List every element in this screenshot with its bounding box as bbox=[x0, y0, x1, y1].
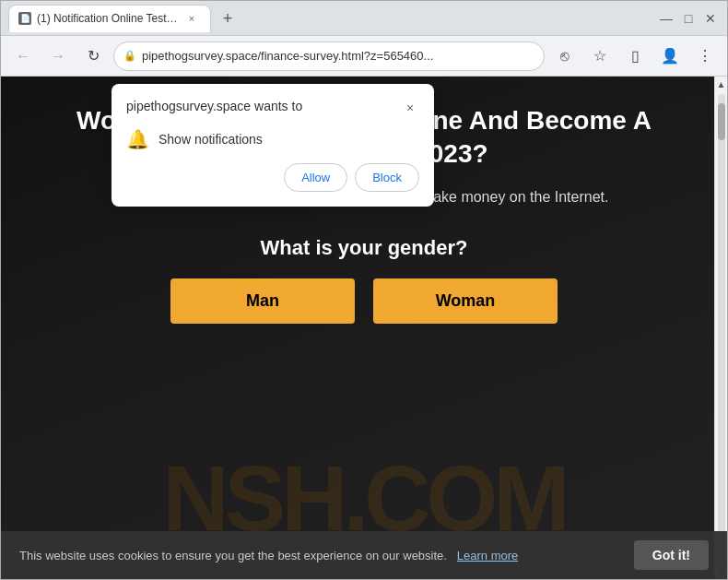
popup-actions: Allow Block bbox=[126, 163, 419, 192]
scroll-track[interactable] bbox=[718, 94, 725, 562]
got-it-button[interactable]: Got it! bbox=[634, 540, 709, 570]
allow-button[interactable]: Allow bbox=[284, 163, 347, 192]
popup-header: pipethogsurvey.space wants to × bbox=[126, 99, 419, 117]
close-window-button[interactable]: ✕ bbox=[701, 9, 720, 28]
nav-bar: ← → ↻ 🔒 pipethogsurvey.space/finance-sur… bbox=[1, 36, 727, 77]
woman-button[interactable]: Woman bbox=[373, 278, 558, 324]
tab-title: (1) Notification Online Test $$$ bbox=[37, 12, 179, 25]
block-button[interactable]: Block bbox=[355, 163, 419, 192]
cookie-bar: This website uses cookies to ensure you … bbox=[1, 531, 727, 579]
title-bar-actions: — □ ✕ bbox=[657, 9, 720, 28]
learn-more-link[interactable]: Learn more bbox=[457, 549, 518, 562]
browser-window: 📄 (1) Notification Online Test $$$ × + —… bbox=[0, 0, 728, 580]
address-text: pipethogsurvey.space/finance-survey.html… bbox=[142, 49, 534, 63]
bookmark-button[interactable]: ☆ bbox=[585, 41, 615, 71]
scroll-up-button[interactable]: ▲ bbox=[715, 77, 728, 92]
cookie-message: This website uses cookies to ensure you … bbox=[19, 549, 447, 562]
menu-button[interactable]: ⋮ bbox=[690, 41, 720, 71]
popup-close-button[interactable]: × bbox=[401, 99, 419, 117]
popup-body: 🔔 Show notifications bbox=[126, 128, 419, 150]
browser-content: NSH.COM Would You Like To Work Online An… bbox=[1, 77, 727, 579]
new-tab-button[interactable]: + bbox=[215, 6, 241, 32]
popup-message: Show notifications bbox=[159, 132, 263, 147]
split-view-button[interactable]: ▯ bbox=[620, 41, 650, 71]
notification-popup: pipethogsurvey.space wants to × 🔔 Show n… bbox=[112, 84, 434, 207]
profile-button[interactable]: 👤 bbox=[655, 41, 685, 71]
forward-button[interactable]: → bbox=[43, 41, 73, 71]
scroll-thumb[interactable] bbox=[718, 103, 725, 140]
minimize-button[interactable]: — bbox=[657, 9, 675, 28]
tab-favicon: 📄 bbox=[18, 12, 31, 25]
cookie-text: This website uses cookies to ensure you … bbox=[19, 549, 625, 562]
title-bar: 📄 (1) Notification Online Test $$$ × + —… bbox=[1, 1, 727, 36]
lock-icon: 🔒 bbox=[123, 50, 136, 62]
man-button[interactable]: Man bbox=[170, 278, 355, 324]
back-button[interactable]: ← bbox=[8, 41, 38, 71]
popup-title: pipethogsurvey.space wants to bbox=[126, 99, 302, 113]
gender-buttons: Man Woman bbox=[60, 278, 668, 324]
bell-icon: 🔔 bbox=[126, 128, 149, 150]
address-bar[interactable]: 🔒 pipethogsurvey.space/finance-survey.ht… bbox=[113, 41, 545, 71]
active-tab[interactable]: 📄 (1) Notification Online Test $$$ × bbox=[8, 5, 211, 32]
gender-question: What is your gender? bbox=[60, 236, 668, 260]
reload-button[interactable]: ↻ bbox=[78, 41, 108, 71]
share-button[interactable]: ⎋ bbox=[550, 41, 580, 71]
tab-area: 📄 (1) Notification Online Test $$$ × + bbox=[8, 5, 650, 32]
scrollbar: ▲ ▼ bbox=[714, 77, 727, 579]
tab-close-button[interactable]: × bbox=[184, 11, 199, 26]
maximize-button[interactable]: □ bbox=[679, 9, 698, 28]
